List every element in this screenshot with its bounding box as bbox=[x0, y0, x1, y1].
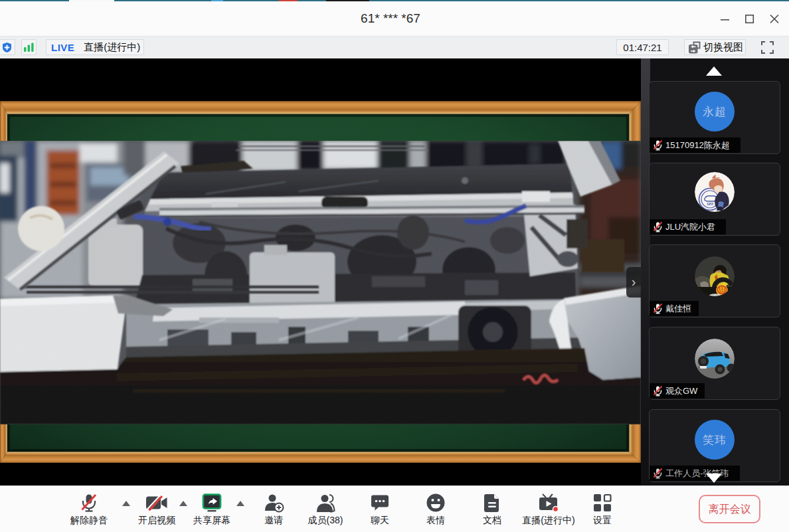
svg-text:1955: 1955 bbox=[707, 203, 714, 206]
